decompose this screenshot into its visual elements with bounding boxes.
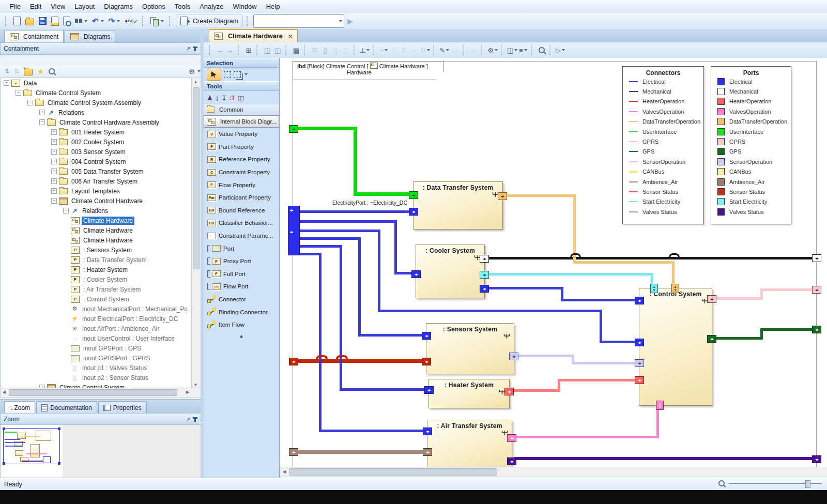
palette-item-item-flow[interactable]: Item Flow	[204, 318, 279, 331]
pin-icon[interactable]	[194, 417, 196, 422]
tab-climate-hardware[interactable]: Climate Hardware ✕	[209, 29, 298, 42]
heateroperation-connector[interactable]	[558, 379, 640, 381]
palette-common-group[interactable]: Common	[204, 104, 279, 115]
zoom-thumbnail[interactable]	[3, 428, 60, 464]
line-style-icon[interactable]: ∕	[389, 44, 399, 56]
palette-item-connector[interactable]: Connector	[204, 293, 279, 306]
menu-tools[interactable]: Tools	[170, 1, 195, 12]
block-sensors-system[interactable]: : Sensors System	[426, 323, 514, 374]
palette-item-constraint-property[interactable]: CConstraint Property	[204, 166, 279, 179]
datatransfer-connector[interactable]	[672, 261, 675, 287]
electrical-3[interactable]	[299, 230, 380, 232]
ports-legend[interactable]: PortsElectricalMechanicalHeaterOperation…	[711, 66, 791, 224]
electrical-3[interactable]	[600, 341, 640, 343]
search-icon[interactable]	[49, 68, 55, 74]
collapse-all-icon[interactable]: ⇅	[4, 68, 9, 75]
tree-item--sensors-system[interactable]: : Sensors System	[1, 245, 192, 255]
tree-item--data-transfer-system[interactable]: : Data Transfer System	[1, 255, 192, 265]
palette-item-binding-connector[interactable]: Binding Connector	[204, 306, 279, 318]
valvesoperation-connector[interactable]	[656, 406, 659, 437]
palette-item-classifier-behavior-[interactable]: CBClassifier Behavior...	[204, 217, 279, 230]
mechanical-connector[interactable]	[487, 257, 813, 259]
expander-icon[interactable]: +	[51, 149, 57, 155]
tree-item--control-system[interactable]: : Control System	[1, 294, 192, 304]
run-icon[interactable]: ▶	[346, 16, 355, 26]
close-tab-icon[interactable]: ✕	[288, 33, 293, 40]
tab-diagrams[interactable]: Diagrams	[65, 30, 115, 42]
expander-icon[interactable]: +	[51, 188, 57, 194]
port-data-transfer-system-green[interactable]: ◂▸	[409, 191, 418, 199]
float-icon[interactable]: ↗	[186, 45, 191, 52]
tree-item-inout-mechanicalport-mechanical-pc[interactable]: inout MechanicalPort : Mechanical_Pc	[1, 304, 192, 314]
datatransfer-connector[interactable]	[573, 261, 675, 264]
electrical-6[interactable]	[319, 430, 428, 432]
electrical-3[interactable]	[378, 230, 380, 312]
gear-icon[interactable]: ⚙	[487, 44, 498, 56]
port-control-system-gprs[interactable]: ◂▸	[707, 295, 716, 303]
shape-icon[interactable]: ▭	[450, 44, 460, 56]
frame-port-usercontrol[interactable]: ◂▸	[289, 125, 298, 133]
stamp-tool-icon[interactable]: ♟	[207, 94, 213, 102]
tree-item-004-control-system[interactable]: +004 Control System	[1, 157, 192, 166]
palette-item-port[interactable]: Port	[204, 242, 279, 255]
valvesoperation-connector[interactable]	[515, 436, 659, 438]
undo-icon[interactable]: ↶	[90, 16, 105, 26]
tree-item-inout-electricalport-electricity-dc[interactable]: inout ElectricalPort : Electricity_DC	[1, 314, 192, 324]
port-data-transfer-system-blue[interactable]: ◂▸	[409, 208, 418, 216]
transfer-icon[interactable]	[149, 16, 165, 26]
port-heater-system-blue[interactable]: ◂▸	[424, 386, 434, 394]
tree-item-inout-gpsport-gps[interactable]: inout GPSPort : GPS	[1, 343, 192, 353]
port-cooler-system-blue[interactable]: ◂▸	[480, 285, 489, 293]
expander-icon[interactable]: +	[63, 208, 69, 213]
port-cooler-system-cyan[interactable]: ◂▸	[480, 271, 489, 279]
layout-tool-icon[interactable]: ◫	[237, 94, 243, 102]
refresh-icon[interactable]: ↻	[420, 44, 430, 56]
electrical-3[interactable]	[600, 310, 602, 343]
tree-item-inout-p1-valves-status[interactable]: inout p1 : Valves Status	[1, 363, 192, 373]
related-diagrams-icon[interactable]: ◫	[263, 44, 272, 56]
electrical-1[interactable]	[299, 210, 411, 213]
palette-item-bound-reference[interactable]: BRBound Reference	[204, 204, 279, 217]
frame-port-valves-status[interactable]: ◂▸	[812, 455, 821, 463]
port-cooler-system-white[interactable]: ◂▸	[480, 255, 489, 263]
delete-icon[interactable]: ▯	[331, 44, 340, 56]
gprs-connector[interactable]	[760, 288, 814, 291]
find-icon[interactable]	[73, 18, 89, 24]
expander-icon[interactable]: +	[51, 169, 57, 174]
tree-item-inout-p2-sensor-status[interactable]: inout p2 : Sensor Status	[1, 373, 192, 383]
tree-item-inout-airport-ambience-air[interactable]: inout AirPort : Ambience_Air	[1, 324, 192, 333]
block-air-transfer-system[interactable]: : Air Transfer System	[427, 420, 512, 469]
expander-icon[interactable]: +	[51, 139, 57, 145]
menu-layout[interactable]: Layout	[70, 1, 99, 12]
window-layout-icon[interactable]: ◫	[507, 44, 517, 56]
block-control-system[interactable]: : Control System	[639, 288, 712, 406]
search-icon[interactable]	[537, 44, 546, 56]
palette-item-proxy-port[interactable]: PProxy Port	[204, 255, 279, 268]
electrical-4[interactable]	[358, 334, 427, 337]
palette-item-constraint-parame-[interactable]: Constraint Parame...	[204, 230, 279, 242]
tree-item-001-heater-system[interactable]: +001 Heater System	[1, 127, 192, 137]
port-air-transfer-system-blue[interactable]: ◂▸	[423, 427, 432, 435]
port-control-system-red[interactable]: ◂▸	[635, 376, 644, 384]
menu-file[interactable]: File	[5, 1, 25, 12]
palette-item-value-property[interactable]: VValue Property	[204, 128, 279, 141]
perspective-combo[interactable]	[253, 14, 344, 28]
port-sensors-system-dred[interactable]: ◂▸	[422, 358, 431, 365]
tree-item-006-air-transfer-system[interactable]: +006 Air Transfer System	[1, 176, 192, 186]
port-control-system-orange[interactable]: ▴▾	[671, 284, 679, 293]
related-elements-icon[interactable]: ◫	[273, 44, 282, 56]
print-preview-icon[interactable]	[62, 16, 72, 26]
palette-item-part-property[interactable]: PPart Property	[204, 141, 279, 154]
block-cooler-system[interactable]: : Cooler System	[416, 245, 485, 298]
frame-port-mechanical[interactable]: ◂▸	[812, 254, 821, 262]
palette-item-reference-property[interactable]: RReference Property	[204, 153, 279, 166]
oblique-icon[interactable]: ~	[410, 44, 419, 56]
datatransfer-connector[interactable]	[503, 194, 576, 197]
palette-scroll-up-icon[interactable]: ▲	[204, 331, 279, 341]
port-air-transfer-system-pink[interactable]: ◂▸	[507, 434, 516, 442]
gps-connector[interactable]	[760, 328, 814, 331]
menu-edit[interactable]: Edit	[25, 1, 46, 12]
palette-item-participant-property[interactable]: ParParticipant Property	[204, 191, 279, 204]
palette-item-flow-port[interactable]: <>Flow Port	[204, 280, 279, 293]
canvas-hscrollbar[interactable]: ◀	[280, 467, 827, 477]
